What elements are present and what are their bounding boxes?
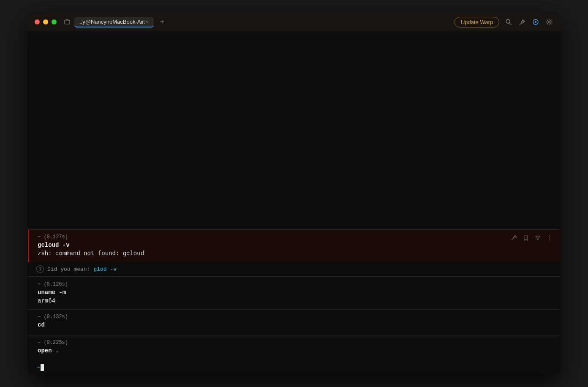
cursor (41, 364, 44, 371)
tab-area: ..y@NancynoMacBook-Air:~ + (63, 17, 455, 27)
block-pin-icon[interactable] (510, 234, 518, 242)
block-bookmark-icon[interactable] (522, 234, 530, 242)
command-block-4: ~ (0.225s) open . (28, 335, 560, 361)
cmd-input-2: uname -m (38, 289, 552, 296)
cmd-output-1: zsh: command not found: gcloud (38, 250, 552, 257)
maximize-button[interactable] (52, 19, 57, 25)
tab-title: ..y@NancynoMacBook-Air:~ (79, 19, 149, 25)
ai-icon[interactable] (531, 18, 540, 26)
terminal-content: ⋮ ~ (0.127s) gcloud -v zsh: command not … (28, 31, 560, 374)
minimize-button[interactable] (43, 19, 48, 25)
command-block-3: ~ (0.132s) cd (28, 309, 560, 335)
cmd-timing-3: ~ (0.132s) (38, 314, 552, 320)
cmd-timing-2: ~ (0.126s) (38, 281, 552, 287)
search-icon[interactable] (504, 18, 513, 26)
block-filter-icon[interactable] (534, 234, 542, 242)
suggestion-bar: ? Did you mean: glod -v (28, 262, 560, 277)
close-button[interactable] (35, 19, 40, 25)
settings-icon[interactable] (545, 18, 553, 26)
cmd-input-4: open . (38, 347, 552, 354)
suggestion-command[interactable]: glod -v (93, 266, 117, 273)
add-tab-button[interactable]: + (157, 17, 167, 27)
suggestion-help-icon: ? (36, 265, 44, 273)
cmd-input-1: gcloud -v (38, 242, 552, 248)
traffic-lights (35, 19, 57, 25)
svg-rect-0 (65, 20, 70, 24)
cmd-timing-4: ~ (0.225s) (38, 340, 552, 346)
block-more-icon[interactable]: ⋮ (546, 234, 553, 242)
terminal-window: ..y@NancynoMacBook-Air:~ + Update Warp (28, 13, 560, 374)
prompt-symbol: ~ (36, 364, 40, 371)
titlebar: ..y@NancynoMacBook-Air:~ + Update Warp (28, 13, 560, 31)
svg-line-2 (509, 23, 511, 25)
tab-icon (63, 18, 71, 26)
command-block-1: ⋮ ~ (0.127s) gcloud -v zsh: command not … (28, 229, 560, 262)
pin-icon[interactable] (518, 18, 526, 26)
active-tab[interactable]: ..y@NancynoMacBook-Air:~ (74, 17, 154, 27)
prompt-line[interactable]: ~ (28, 361, 560, 374)
block-actions-1: ⋮ (510, 234, 553, 242)
empty-history-space (28, 31, 560, 229)
titlebar-actions: Update Warp (455, 17, 553, 27)
command-block-2: ~ (0.126s) uname -m arm64 (28, 277, 560, 309)
suggestion-prefix: Did you mean: (47, 266, 90, 273)
cmd-timing-1: ~ (0.127s) (38, 234, 552, 240)
cmd-output-2: arm64 (38, 297, 552, 304)
update-warp-button[interactable]: Update Warp (455, 17, 499, 27)
cmd-input-3: cd (38, 322, 552, 328)
svg-point-5 (548, 21, 550, 23)
svg-point-4 (535, 21, 536, 23)
